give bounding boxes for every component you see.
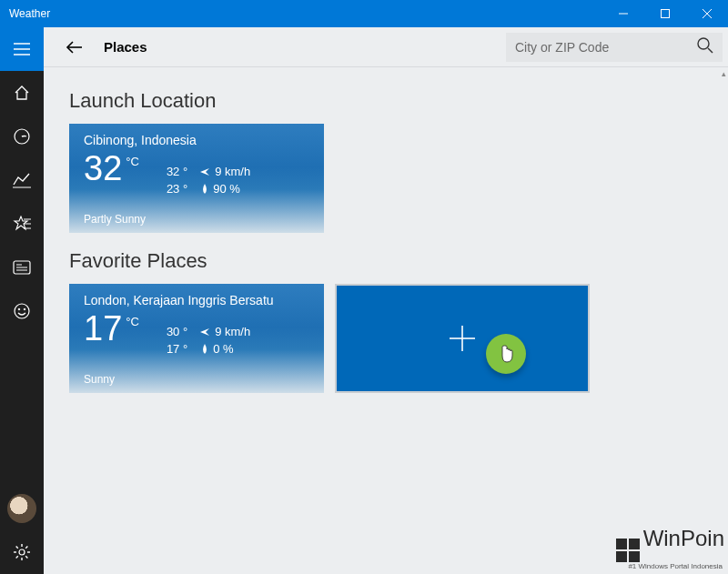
tile-humidity: 90 % bbox=[213, 182, 240, 196]
chart-icon bbox=[13, 172, 31, 188]
svg-point-18 bbox=[18, 308, 20, 310]
back-arrow-icon bbox=[66, 40, 84, 55]
nav-historical[interactable] bbox=[0, 158, 44, 202]
add-favorite-tile[interactable] bbox=[335, 284, 590, 393]
tile-wind: 9 km/h bbox=[215, 325, 250, 338]
page-title: Places bbox=[104, 39, 147, 55]
close-button[interactable] bbox=[686, 0, 728, 27]
sidebar bbox=[0, 27, 44, 574]
winpoin-logo-icon bbox=[616, 539, 640, 562]
search-box[interactable] bbox=[506, 33, 723, 62]
svg-point-17 bbox=[15, 304, 29, 318]
tile-high: 32 ° bbox=[167, 165, 187, 178]
tile-temp: 32 bbox=[84, 151, 122, 186]
svg-marker-33 bbox=[200, 328, 209, 336]
nav-maps[interactable] bbox=[0, 115, 44, 158]
smile-icon bbox=[14, 303, 30, 319]
window-title: Weather bbox=[0, 7, 602, 20]
launch-location-heading: Launch Location bbox=[69, 89, 703, 113]
home-icon bbox=[14, 85, 30, 101]
minimize-button[interactable] bbox=[602, 0, 644, 27]
svg-marker-32 bbox=[200, 168, 209, 176]
tile-condition: Sunny bbox=[84, 373, 309, 386]
tile-low: 23 ° bbox=[167, 182, 187, 196]
tile-high: 30 ° bbox=[167, 325, 187, 338]
search-input[interactable] bbox=[515, 40, 692, 55]
launch-location-tile[interactable]: Cibinong, Indonesia 32 °C 32 ° 23 ° 9 km… bbox=[69, 124, 324, 233]
nav-home[interactable] bbox=[0, 71, 44, 115]
tile-temp: 17 bbox=[84, 311, 122, 346]
tile-location: London, Kerajaan Inggris Bersatu bbox=[84, 293, 309, 307]
tile-wind: 9 km/h bbox=[215, 165, 250, 178]
cursor-indicator bbox=[486, 334, 526, 374]
svg-line-28 bbox=[16, 556, 18, 558]
tile-humidity: 0 % bbox=[213, 342, 233, 356]
watermark: WinPoin #1 Windows Portal Indonesia bbox=[616, 526, 724, 570]
wind-icon bbox=[200, 167, 211, 176]
svg-line-26 bbox=[25, 556, 27, 558]
svg-line-27 bbox=[25, 547, 27, 549]
svg-rect-1 bbox=[662, 10, 670, 18]
svg-point-30 bbox=[698, 38, 709, 49]
plus-icon bbox=[446, 322, 479, 355]
favorite-tile[interactable]: London, Kerajaan Inggris Bersatu 17 °C 3… bbox=[69, 284, 324, 393]
svg-line-25 bbox=[16, 547, 18, 549]
main-content: Places Launch Location Cibinong, Indones… bbox=[44, 27, 728, 574]
nav-feedback[interactable] bbox=[0, 289, 44, 333]
watermark-name: WinPoin bbox=[643, 526, 724, 550]
tile-location: Cibinong, Indonesia bbox=[84, 133, 309, 147]
drop-icon bbox=[200, 184, 209, 195]
scroll-up-arrow-icon[interactable]: ▴ bbox=[722, 69, 726, 78]
page-header: Places bbox=[44, 27, 728, 67]
svg-point-20 bbox=[19, 549, 25, 555]
window-titlebar: Weather bbox=[0, 0, 728, 27]
nav-news[interactable] bbox=[0, 246, 44, 289]
nav-places[interactable] bbox=[0, 202, 44, 246]
drop-icon bbox=[200, 344, 209, 355]
scrollbar[interactable]: ▴ bbox=[717, 67, 728, 574]
hamburger-button[interactable] bbox=[0, 27, 44, 71]
news-icon bbox=[13, 260, 31, 275]
maximize-button[interactable] bbox=[644, 0, 686, 27]
user-avatar[interactable] bbox=[7, 494, 36, 523]
favorite-places-heading: Favorite Places bbox=[69, 249, 703, 273]
svg-line-31 bbox=[708, 48, 713, 53]
tile-unit: °C bbox=[126, 155, 139, 168]
tile-low: 17 ° bbox=[167, 342, 187, 356]
tile-unit: °C bbox=[126, 315, 139, 328]
nav-settings[interactable] bbox=[0, 530, 44, 574]
watermark-tagline: #1 Windows Portal Indonesia bbox=[616, 562, 723, 570]
svg-marker-9 bbox=[15, 217, 27, 229]
gear-icon bbox=[14, 544, 30, 560]
wind-icon bbox=[200, 327, 211, 337]
places-icon bbox=[13, 216, 31, 232]
search-icon bbox=[697, 37, 713, 57]
back-button[interactable] bbox=[58, 31, 91, 64]
pointer-cursor-icon bbox=[497, 344, 515, 364]
tile-condition: Partly Sunny bbox=[84, 213, 309, 226]
radar-icon bbox=[13, 127, 31, 146]
svg-point-19 bbox=[24, 308, 25, 310]
